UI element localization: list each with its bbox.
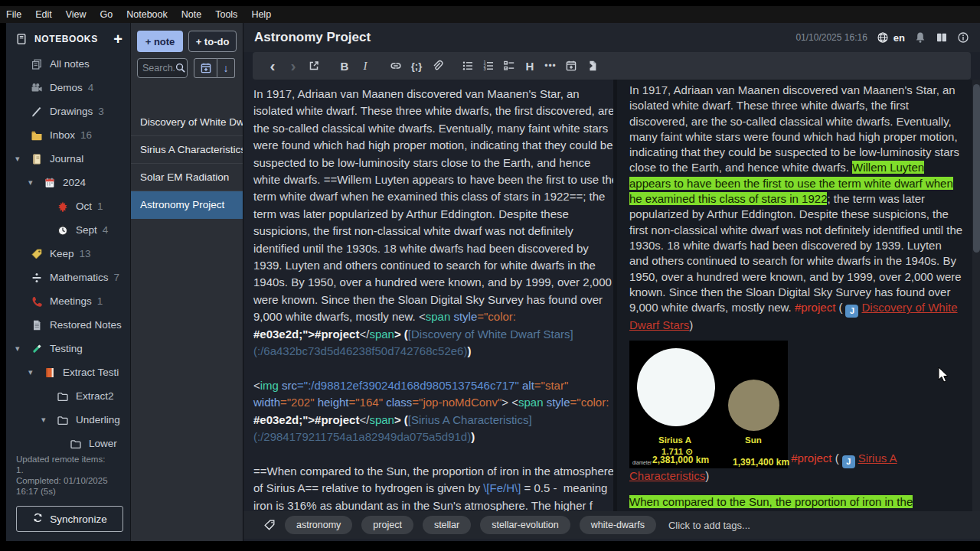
attach-file-button[interactable] xyxy=(431,57,443,75)
sidebar-item-label: Extract Testi xyxy=(63,367,119,378)
menu-item-go[interactable]: Go xyxy=(100,9,113,20)
sidebar-item-extract-testi[interactable]: ▾Extract Testi xyxy=(6,360,130,384)
add-tags-hint[interactable]: Click to add tags... xyxy=(668,520,750,531)
preview-scrollbar[interactable] xyxy=(972,80,980,514)
sun-diameter-value: 1,391,400 km xyxy=(733,455,789,470)
sidebar-item-label: Drawings xyxy=(50,106,93,117)
bold-button[interactable]: B xyxy=(338,57,351,75)
tag-pill-stellar[interactable]: stellar xyxy=(423,516,471,534)
heading-button[interactable]: H xyxy=(524,57,536,75)
sidebar-item-extract2[interactable]: Extract2 xyxy=(6,384,130,408)
calendar-icon xyxy=(44,177,56,189)
sidebar-item-demos[interactable]: Demos4 xyxy=(6,76,130,99)
chevron-down-icon[interactable]: ▾ xyxy=(28,178,33,187)
editor-line: white dwarfs. ==Willem Luyten appears to… xyxy=(253,171,613,188)
note-count-badge: 4 xyxy=(88,82,94,93)
joplin-link-icon: J xyxy=(845,305,858,318)
preview-scrollbar-thumb[interactable] xyxy=(973,84,980,253)
editor-line: 1939. Luyten and others continued to sea… xyxy=(253,257,613,274)
sidebar-item-label: Oct xyxy=(76,201,92,212)
note-icon xyxy=(31,319,43,331)
sidebar-item-testing[interactable]: ▾Testing xyxy=(6,337,130,360)
toggle-layout-icon[interactable] xyxy=(936,31,948,44)
sidebar-item-mathematics[interactable]: Mathematics7 xyxy=(6,266,130,289)
menu-item-edit[interactable]: Edit xyxy=(35,9,52,20)
menu-item-view[interactable]: View xyxy=(66,9,87,20)
insert-datetime-button[interactable] xyxy=(565,57,577,75)
sidebar-item-inbox[interactable]: Inbox16 xyxy=(6,123,130,147)
notebooks-header-label: NOTEBOOKS xyxy=(34,34,113,44)
editor-line: (:/2984179211754a1a82949da075a5d91d)) xyxy=(253,429,613,445)
menu-item-notebook[interactable]: Notebook xyxy=(126,9,168,20)
sidebar-item-underling[interactable]: ▾Underling xyxy=(6,408,130,432)
menu-item-help[interactable]: Help xyxy=(251,9,271,20)
sidebar-item-restored-notes[interactable]: Restored Notes xyxy=(6,313,130,337)
toggle-editors-button[interactable] xyxy=(586,57,598,75)
editor-line: the so-called classical white dwarfs. Ev… xyxy=(253,120,613,137)
sidebar-item-label: Journal xyxy=(50,153,83,165)
note-list-panel: + note + to-do ↓ Discovery of White DwaS… xyxy=(130,23,243,541)
italic-button[interactable]: I xyxy=(359,57,371,75)
sidebar-item-label: Restored Notes xyxy=(50,319,122,331)
editor-line: <img src=":/d98812ef39024d168d9805137546… xyxy=(253,377,613,394)
open-external-button[interactable] xyxy=(308,57,320,75)
chevron-down-icon[interactable]: ▾ xyxy=(15,154,20,164)
highlighted-text: When compared to the Sun, the proportion… xyxy=(629,495,913,508)
note-list-item-astronomy-project[interactable]: Astronomy Project xyxy=(131,191,243,219)
sidebar-item-all-notes[interactable]: All notes xyxy=(6,52,130,76)
inline-code-button[interactable]: {;} xyxy=(410,57,423,75)
new-notebook-button[interactable]: + xyxy=(113,31,122,47)
tag-pill-stellar-evolution[interactable]: stellar-evolution xyxy=(480,516,570,534)
pencil-icon xyxy=(31,106,43,118)
synchronize-button[interactable]: Synchronize xyxy=(16,506,123,532)
sidebar-item-sept[interactable]: Sept4 xyxy=(6,218,130,242)
menu-item-note[interactable]: Note xyxy=(181,9,201,20)
sidebar-item-2024[interactable]: ▾2024 xyxy=(6,171,130,194)
numbered-list-button[interactable]: 123 xyxy=(482,57,495,75)
globe-icon[interactable] xyxy=(877,31,889,44)
sidebar-item-label: Inbox xyxy=(50,129,75,141)
search-box xyxy=(137,58,188,78)
note-title-input[interactable] xyxy=(254,30,795,45)
note-properties-icon[interactable] xyxy=(957,31,969,44)
sort-order-reverse-button[interactable]: ↓ xyxy=(217,58,235,78)
new-todo-button[interactable]: + to-do xyxy=(188,31,237,52)
sidebar-item-oct[interactable]: Oct1 xyxy=(6,194,130,218)
sun-label: Sun xyxy=(745,432,762,448)
sidebar-item-keep[interactable]: Keep13 xyxy=(6,242,130,266)
preview-highlighted-line: When compared to the Sun, the proportion… xyxy=(629,494,963,510)
spellcheck-language[interactable]: en xyxy=(893,32,905,44)
bulleted-list-button[interactable] xyxy=(462,57,474,75)
new-note-button[interactable]: + note xyxy=(137,31,183,52)
editor-column: 01/10/2025 16:16 en ‹›BI{;}123H••• M↓ In… xyxy=(243,23,980,541)
back-button[interactable]: ‹ xyxy=(266,57,279,75)
sidebar-item-meetings[interactable]: Meetings1 xyxy=(6,289,130,313)
note-count-badge: 13 xyxy=(80,248,91,259)
tag-pill-project[interactable]: project xyxy=(361,516,413,534)
forward-button[interactable]: › xyxy=(287,57,299,75)
rendered-note-viewer: In 1917, Adriaan van Maanen discovered v… xyxy=(617,80,972,514)
more-options-button[interactable]: ••• xyxy=(544,57,557,75)
tag-pill-white-dwarfs[interactable]: white-dwarfs xyxy=(580,516,656,534)
star-comparison-image: Sirius A 1.711 ⊙ diameter 2,381,000 km S… xyxy=(629,341,788,468)
note-list-item-discovery-of-white-dwa[interactable]: Discovery of White Dwa xyxy=(131,109,243,136)
menu-item-tools[interactable]: Tools xyxy=(215,9,237,20)
tag-pill-astronomy[interactable]: astronomy xyxy=(285,516,352,534)
sort-notes-button[interactable] xyxy=(194,58,217,78)
alarm-icon[interactable] xyxy=(914,31,926,44)
sidebar-item-label: Keep xyxy=(50,248,74,259)
sidebar-item-lower[interactable]: Lower xyxy=(6,432,130,455)
note-list-item-sirius-a-characteristics[interactable]: Sirius A Characteristics xyxy=(131,136,243,164)
chevron-down-icon[interactable]: ▾ xyxy=(15,344,20,354)
chevron-down-icon[interactable]: ▾ xyxy=(41,415,46,425)
note-list-item-solar-em-radiation[interactable]: Solar EM Radiation xyxy=(131,164,243,191)
markdown-editor[interactable]: In 1917, Adriaan van Maanen discovered v… xyxy=(243,80,613,514)
checkbox-list-button[interactable] xyxy=(503,57,515,75)
project-tag: #project xyxy=(795,301,835,314)
menu-item-file[interactable]: File xyxy=(6,9,21,20)
search-icon xyxy=(175,62,186,73)
chevron-down-icon[interactable]: ▾ xyxy=(28,367,33,377)
sidebar-item-journal[interactable]: ▾Journal xyxy=(6,147,130,171)
hyperlink-button[interactable] xyxy=(390,57,402,75)
sidebar-item-drawings[interactable]: Drawings3 xyxy=(6,99,130,123)
